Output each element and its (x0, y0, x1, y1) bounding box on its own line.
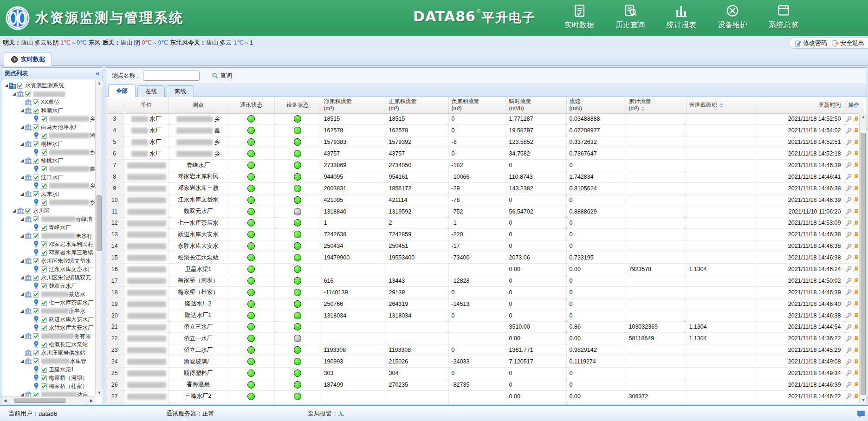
nav-history-query[interactable]: 历史查询 (615, 4, 645, 30)
wrench-gray-icon[interactable] (845, 116, 852, 123)
subtab-在线[interactable]: 在线 (137, 85, 165, 97)
tree-checkbox-checked[interactable] (41, 367, 47, 373)
tree-node-水库管[interactable]: 水库管 (3, 357, 103, 365)
wrench-orange-icon[interactable] (852, 382, 858, 388)
tree-node-江永水库文岱水厂[interactable]: 江永水库文岱水厂 (3, 265, 103, 273)
wrench-gray-icon[interactable] (845, 266, 852, 272)
tree-checkbox-checked[interactable] (41, 241, 47, 247)
wrench-gray-icon[interactable] (845, 243, 852, 250)
wrench-gray-icon[interactable] (845, 185, 852, 192)
tree-checkbox-checked[interactable] (33, 191, 39, 197)
nav-system-overview[interactable]: 系统总览 (769, 4, 798, 30)
tree-checkbox-checked[interactable] (25, 91, 31, 97)
tree-checkbox-checked[interactable] (33, 141, 39, 147)
tab-realtime-data[interactable]: 实时数据 (4, 52, 52, 66)
nav-device-maintenance[interactable]: 设备维护 (718, 4, 747, 30)
scroll-up-arrow-icon[interactable]: ▲ (860, 113, 867, 121)
nav-realtime-data[interactable]: 实时数据 (564, 4, 594, 30)
tree-node-鑫[interactable]: 鑫 (3, 165, 103, 173)
tree-node-永胜水库大安水厂[interactable]: 永胜水库大安水厂 (3, 324, 103, 332)
expander-open-icon[interactable] (19, 335, 25, 338)
table-row[interactable]: 26 香海温泉187499270235-82735002021/11/18 14… (105, 379, 864, 390)
tree-checkbox-checked[interactable] (33, 350, 39, 356)
scrollbar-thumb[interactable] (861, 133, 866, 395)
expander-open-icon[interactable] (19, 360, 25, 363)
wrench-gray-icon[interactable] (845, 254, 852, 261)
tree-node-魏双元水厂[interactable]: 魏双元水厂 (3, 282, 103, 290)
tree-checkbox-checked[interactable] (41, 166, 47, 172)
wrench-gray-icon[interactable] (845, 278, 852, 284)
table-row[interactable]: 23 侨立二水厂1193308119330801361.7710.9829142… (105, 344, 864, 356)
wrench-orange-icon[interactable] (852, 266, 858, 272)
tree-checkbox-checked[interactable] (33, 124, 39, 130)
wrench-orange-icon[interactable] (852, 289, 858, 296)
wrench-gray-icon[interactable] (845, 220, 852, 227)
wrench-orange-icon[interactable] (852, 150, 858, 157)
expander-open-icon[interactable] (19, 234, 25, 238)
tree-node-茶店水[interactable]: 茶店水 (3, 290, 103, 298)
sidebar-vertical-scrollbar[interactable]: ▲ ▼ (95, 79, 103, 396)
tree-checkbox-checked[interactable] (33, 158, 39, 164)
tree-checkbox-checked[interactable] (41, 383, 47, 389)
tree-checkbox-checked[interactable] (33, 175, 39, 181)
table-row[interactable]: 24 渝琥玻璃厂190993215026-240337.1205170.1119… (105, 356, 864, 368)
table-row[interactable]: 20 隆达水厂1131803413180340002021/11/18 14:4… (105, 310, 864, 321)
wrench-gray-icon[interactable] (845, 347, 852, 354)
table-row[interactable]: 14 永胜水库大安水250434250451-17002021/11/18 14… (105, 240, 864, 252)
logout-button[interactable]: 安全退出 (832, 39, 864, 47)
wrench-orange-icon[interactable] (852, 347, 858, 354)
wrench-orange-icon[interactable] (852, 393, 858, 400)
table-row[interactable]: 16 卫星水渠10.000.0079235781.13042021/11/18 … (105, 264, 864, 275)
tree-node-核桃水厂[interactable]: 核桃水厂 (3, 156, 103, 165)
subtab-离线[interactable]: 离线 (167, 85, 194, 97)
tree-checkbox-checked[interactable] (41, 183, 47, 189)
table-row[interactable]: 9 邓家岩水库三教20038311856172-29143.23820.8105… (105, 182, 864, 194)
wrench-gray-icon[interactable] (845, 150, 852, 157)
wrench-gray-icon[interactable] (845, 162, 852, 168)
sidebar-horizontal-scrollbar[interactable]: ◀ ▶ (1, 396, 95, 404)
column-header-pipe[interactable]: 管道截面积 (686, 97, 756, 113)
expander-open-icon[interactable] (19, 126, 25, 129)
tree-node-青峰洁[interactable]: 青峰洁 (3, 215, 103, 223)
tree-checkbox-checked[interactable] (41, 283, 47, 289)
table-row[interactable]: 3 水厂 乡185151851501.7712870.034888882021/… (105, 113, 864, 125)
tree-node-乡镇[interactable]: 乡镇 (3, 198, 103, 207)
expander-open-icon[interactable] (19, 176, 25, 179)
wrench-orange-icon[interactable] (852, 139, 858, 146)
table-row[interactable]: 15 松溉长江水泵站1947990019553400-734002073.060… (105, 252, 864, 264)
wrench-orange-icon[interactable] (852, 336, 858, 342)
tree-checkbox-checked[interactable] (41, 200, 47, 206)
tree-checkbox-checked[interactable] (33, 99, 39, 105)
wrench-gray-icon[interactable] (845, 174, 852, 180)
table-row[interactable]: 19 隆达水厂2250766264319-14513002021/11/18 1… (105, 298, 864, 310)
tree-checkbox-checked[interactable] (41, 149, 47, 155)
change-password-button[interactable]: 修改密码 (795, 39, 827, 47)
tree-node-XX单位[interactable]: XX单位 (3, 98, 103, 106)
tree-node-庆丰水[interactable]: 庆丰水 (3, 307, 103, 315)
tree-checkbox-checked[interactable] (33, 275, 39, 281)
tree-node-跃进水库大安水厂[interactable]: 跃进水库大安水厂 (3, 315, 103, 324)
table-row[interactable]: 17 梅家桥（河坝）61613443-12828002021/11/18 14:… (105, 275, 864, 286)
site-name-combobox[interactable]: ▼ (143, 71, 200, 81)
tree-node-乡镇[interactable]: 乡镇 (3, 181, 103, 190)
expander-open-icon[interactable] (11, 92, 17, 96)
nav-statistics-report[interactable]: 统计报表 (667, 4, 696, 30)
tree-node-桐梓水厂[interactable]: 桐梓水厂 (3, 140, 103, 148)
tree-checkbox-checked[interactable] (33, 258, 39, 264)
tree-checkbox-checked[interactable] (33, 108, 39, 114)
scroll-left-arrow-icon[interactable]: ◀ (1, 397, 9, 404)
column-header-cum[interactable]: 累计流量(m³) (626, 97, 686, 113)
tree-node-鸿[interactable]: 鸿 (3, 131, 103, 140)
tree-node[interactable] (3, 90, 103, 98)
wrench-orange-icon[interactable] (852, 162, 858, 168)
scrollbar-thumb[interactable] (97, 195, 102, 251)
expander-open-icon[interactable] (3, 84, 9, 87)
wrench-gray-icon[interactable] (845, 359, 852, 365)
tree-checkbox-checked[interactable] (25, 208, 31, 214)
wrench-orange-icon[interactable] (852, 243, 858, 250)
tree-node-永川区[interactable]: 永川区 (3, 207, 103, 215)
table-row[interactable]: 5 水厂 乡15793831579392-8123.58520.33726322… (105, 136, 864, 148)
scroll-right-arrow-icon[interactable]: ▶ (88, 397, 95, 404)
scroll-up-arrow-icon[interactable]: ▲ (96, 79, 103, 87)
table-row[interactable]: 8 邓家岩水库利民944095954161-10066110.87431.742… (105, 171, 864, 182)
